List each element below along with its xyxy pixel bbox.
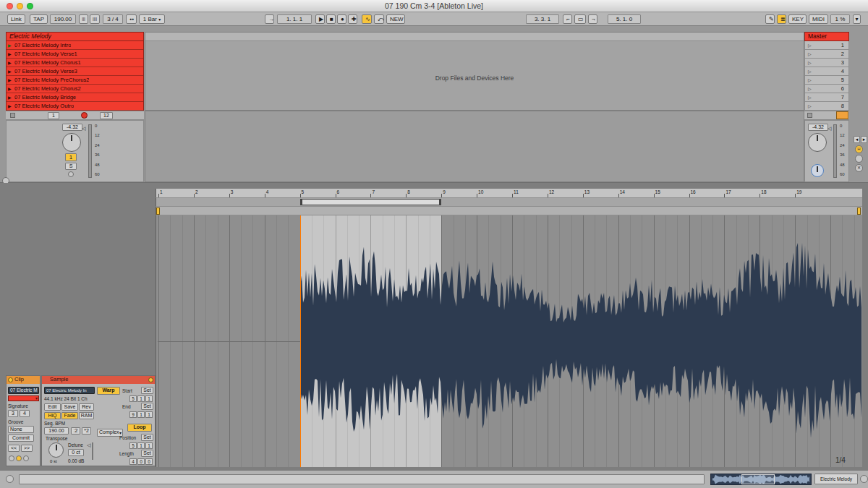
clip-panel-fold-icon[interactable] <box>8 377 13 382</box>
overview-toggle[interactable] <box>860 475 868 483</box>
follow-button[interactable]: → <box>265 14 274 24</box>
draw-mode-pencil-button[interactable]: ✎ <box>765 14 775 24</box>
scene-slot[interactable]: ▷5 <box>805 76 848 85</box>
beat-time-segment[interactable]: 0 <box>137 458 145 465</box>
beat-time-segment[interactable]: 1 <box>145 395 153 402</box>
input-channel-field[interactable]: 1 <box>48 112 59 119</box>
beat-time-segment[interactable]: 1 <box>137 442 145 449</box>
session-clip[interactable]: ▶07 Electric Melody Bridge <box>7 93 143 102</box>
sample-panel-header[interactable]: Sample <box>42 376 155 384</box>
clip-launch-icon[interactable]: ▶ <box>8 67 14 76</box>
seg-bpm-field[interactable]: 190.00 <box>44 427 69 435</box>
solo-button[interactable]: S <box>65 163 77 170</box>
scene-slot[interactable]: ▷6 <box>805 85 848 93</box>
loop-toggle-clip[interactable]: Loop <box>127 424 152 432</box>
start-fields[interactable]: 511 <box>129 395 153 402</box>
session-clip[interactable]: ▶07 Electric Melody Intro <box>7 41 143 50</box>
stop-all-clips-button[interactable] <box>807 113 812 118</box>
arrangement-overview[interactable] <box>710 474 812 485</box>
track-volume-field[interactable]: -4.32 <box>62 124 82 131</box>
crossfader-section-toggle[interactable]: ✕ <box>855 164 863 172</box>
scene-launch-icon[interactable]: ▷ <box>808 51 812 57</box>
back-to-arrangement-button[interactable] <box>836 111 848 119</box>
clip-launch-icon[interactable]: ▶ <box>8 85 14 93</box>
beat-time-ruler[interactable]: 12345678910111213141516171819 <box>156 189 862 198</box>
clip-launch-icon[interactable]: ▶ <box>8 102 14 111</box>
cue-volume-knob[interactable] <box>811 164 824 177</box>
halve-tempo-button[interactable]: :2 <box>71 427 80 435</box>
automation-arm-button[interactable]: ∿ <box>362 14 372 24</box>
clip-launch-icon[interactable]: ▶ <box>8 50 14 59</box>
detune-field[interactable]: 0 ct <box>68 449 84 456</box>
ram-toggle[interactable]: RAM <box>79 412 94 419</box>
sample-panel-fold-icon[interactable] <box>148 377 153 382</box>
session-clip[interactable]: ▶07 Electric Melody PreChorus2 <box>7 76 143 85</box>
clip-box-toggle[interactable] <box>9 455 14 461</box>
clip-end-marker[interactable] <box>857 207 861 215</box>
gain-slider-track[interactable] <box>92 442 93 460</box>
beat-time-segment[interactable]: 1 <box>145 411 153 418</box>
track-activator-button[interactable]: 1 <box>65 153 77 161</box>
nudge-up-button[interactable]: |||| <box>90 14 100 24</box>
scene-slot[interactable]: ▷2 <box>805 50 848 59</box>
metronome-toggle[interactable]: ●● <box>126 14 137 24</box>
loop-start-field[interactable]: 3. 3. 1 <box>526 14 559 24</box>
fold-left-button[interactable]: ◂ <box>854 136 860 143</box>
session-record-button[interactable] <box>68 171 74 177</box>
length-fields[interactable]: 400 <box>129 458 153 465</box>
scene-launch-icon[interactable]: ▷ <box>808 69 812 74</box>
overview-view-box[interactable] <box>741 474 775 484</box>
commit-button[interactable]: Commit <box>8 435 34 442</box>
reverse-button[interactable]: Rev <box>79 403 94 411</box>
arrangement-position-field[interactable]: 1. 1. 1 <box>277 14 312 24</box>
transpose-knob[interactable] <box>48 442 64 458</box>
scene-launch-icon[interactable]: ▷ <box>808 95 812 100</box>
master-volume-slider-handle[interactable]: ◁ <box>827 126 831 131</box>
midi-map-button[interactable]: MIDI <box>809 14 828 24</box>
master-pan-knob[interactable] <box>808 133 827 152</box>
fade-toggle[interactable]: Fade <box>61 412 78 419</box>
beat-time-segment[interactable]: 4 <box>129 458 137 465</box>
beat-time-segment[interactable]: 0 <box>145 458 153 465</box>
scene-launch-icon[interactable]: ▷ <box>808 60 812 66</box>
scene-slot[interactable]: ▷7 <box>805 93 848 102</box>
new-button[interactable]: NEW <box>386 14 405 24</box>
beat-time-segment[interactable]: 1 <box>145 442 153 449</box>
mixer-section-toggle[interactable] <box>855 155 863 163</box>
position-fields[interactable]: 511 <box>129 442 153 449</box>
edit-button[interactable]: Edit <box>44 403 61 411</box>
clip-launch-icon[interactable]: ▶ <box>8 59 14 67</box>
warp-toggle[interactable]: Warp <box>97 387 120 395</box>
sample-box-toggle[interactable] <box>16 455 22 461</box>
play-button[interactable]: ▶ <box>315 14 325 24</box>
scene-slot[interactable]: ▷3 <box>805 59 848 67</box>
master-volume-field[interactable]: -4.32 <box>808 124 828 131</box>
scene-slot[interactable]: ▷4 <box>805 67 848 76</box>
clip-start-marker[interactable] <box>156 207 160 215</box>
end-fields[interactable]: 911 <box>129 411 153 418</box>
re-enable-automation-button[interactable]: ⤺ <box>374 14 384 24</box>
beat-time-segment[interactable]: 1 <box>137 395 145 402</box>
session-clip[interactable]: ▶07 Electric Melody Verse3 <box>7 67 143 76</box>
gain-slider-handle[interactable]: ◁ <box>87 442 90 448</box>
track-title[interactable]: Electric Melody <box>6 32 144 41</box>
nudge-down-button[interactable]: ||| <box>79 14 88 24</box>
output-channel-field[interactable]: 12 <box>100 112 113 119</box>
fold-right-button[interactable]: ▸ <box>861 136 867 143</box>
start-set-button[interactable]: Set <box>141 387 153 394</box>
tempo-field[interactable]: 190.00 <box>50 14 76 24</box>
link-toggle[interactable]: Link <box>7 14 25 24</box>
session-clip[interactable]: ▶07 Electric Melody Outro <box>7 102 143 111</box>
info-view-toggle[interactable] <box>6 475 14 483</box>
nudge-forward-button[interactable]: >> <box>21 445 33 452</box>
volume-slider-handle[interactable]: ◁ <box>82 126 85 131</box>
beat-time-segment[interactable]: 9 <box>129 411 137 418</box>
punch-out-button[interactable]: ¬ <box>588 14 597 24</box>
clip-name-field[interactable]: 07 Electric M <box>8 387 39 394</box>
envelope-box-toggle[interactable] <box>23 455 29 461</box>
overdub-button[interactable]: ✚ <box>348 14 357 24</box>
beat-time-segment[interactable]: 5 <box>129 442 137 449</box>
length-set-button[interactable]: Set <box>141 450 153 457</box>
position-set-button[interactable]: Set <box>141 434 153 441</box>
scene-launch-icon[interactable]: ▷ <box>808 86 812 92</box>
